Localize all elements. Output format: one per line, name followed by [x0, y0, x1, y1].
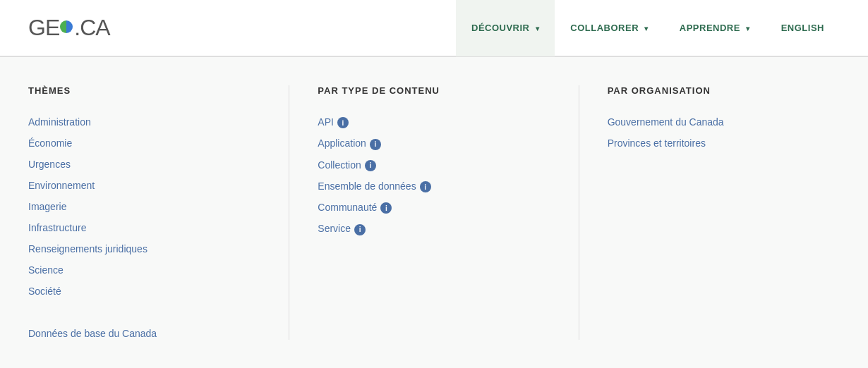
nav-link-apprendre[interactable]: APPRENDRE ▾: [680, 23, 750, 33]
logo-dot-icon: [60, 20, 73, 33]
list-item: APIi: [318, 116, 550, 128]
collection-label: Collection: [318, 159, 361, 171]
main-nav: DÉCOUVRIR ▾ COLLABORER ▾ APPRENDRE ▾ ENG…: [456, 0, 840, 56]
link-provinces-territoires[interactable]: Provinces et territoires: [608, 137, 706, 149]
link-infrastructure[interactable]: Infrastructure: [28, 222, 86, 233]
list-item: Provinces et territoires: [608, 137, 840, 149]
link-urgences[interactable]: Urgences: [28, 159, 71, 170]
logo-ca-text: .CA: [74, 15, 109, 41]
collaborer-arrow-icon: ▾: [642, 25, 649, 32]
list-item: Imagerie: [28, 200, 260, 213]
nav-item-decouvrir[interactable]: DÉCOUVRIR ▾: [456, 0, 555, 56]
list-item: Science: [28, 264, 260, 276]
nav-item-apprendre[interactable]: APPRENDRE ▾: [664, 0, 766, 56]
ensemble-donnees-label: Ensemble de données: [318, 180, 416, 192]
link-gouvernement-canada[interactable]: Gouvernement du Canada: [608, 116, 724, 128]
nav-item-english[interactable]: ENGLISH: [766, 0, 840, 56]
organisation-links: Gouvernement du Canada Provinces et terr…: [608, 116, 840, 158]
application-label: Application: [318, 137, 366, 149]
communaute-info-icon[interactable]: i: [380, 202, 392, 214]
service-label: Service: [318, 223, 351, 234]
list-item: Environnement: [28, 179, 260, 192]
type-contenu-column: PAR TYPE DE CONTENU APIi Applicationi Co…: [289, 85, 579, 340]
link-administration[interactable]: Administration: [28, 116, 91, 128]
list-item: Ensemble de donnéesi: [318, 180, 550, 192]
nav-label-english: ENGLISH: [781, 23, 824, 33]
link-application[interactable]: Applicationi: [318, 137, 381, 149]
collection-info-icon[interactable]: i: [365, 160, 376, 171]
link-service[interactable]: Servicei: [318, 223, 366, 234]
list-item: Urgences: [28, 158, 260, 171]
type-contenu-links: APIi Applicationi Collectioni Ensemble d…: [318, 116, 550, 244]
nav-link-decouvrir[interactable]: DÉCOUVRIR ▾: [471, 23, 539, 33]
link-donnees-base[interactable]: Données de base du Canada: [28, 328, 157, 339]
list-item: Servicei: [318, 222, 550, 235]
list-item: Gouvernement du Canada: [608, 116, 840, 128]
decouvrir-arrow-icon: ▾: [534, 25, 540, 32]
list-item: Administration: [28, 116, 260, 128]
type-contenu-title: PAR TYPE DE CONTENU: [318, 85, 550, 103]
themes-column: THÈMES Administration Économie Urgences …: [28, 85, 289, 340]
themes-title: THÈMES: [28, 85, 260, 103]
dropdown-panel: THÈMES Administration Économie Urgences …: [0, 56, 868, 368]
list-item: Société: [28, 285, 260, 298]
link-imagerie[interactable]: Imagerie: [28, 201, 66, 212]
list-item: Communautéi: [318, 201, 550, 214]
api-info-icon[interactable]: i: [337, 117, 349, 128]
communaute-label: Communauté: [318, 202, 377, 213]
apprendre-arrow-icon: ▾: [744, 25, 750, 32]
nav-label-collaborer: COLLABORER: [570, 23, 639, 33]
list-item: Renseignements juridiques: [28, 243, 260, 255]
link-environnement[interactable]: Environnement: [28, 180, 95, 191]
header: GE.CA DÉCOUVRIR ▾ COLLABORER ▾ APPRENDRE…: [0, 0, 868, 56]
list-item: Applicationi: [318, 137, 550, 149]
nav-link-english[interactable]: ENGLISH: [781, 23, 824, 33]
nav-label-apprendre: APPRENDRE: [680, 23, 740, 33]
themes-links: Administration Économie Urgences Environ…: [28, 116, 260, 306]
service-info-icon[interactable]: i: [354, 224, 366, 235]
logo-geo-text: GE: [28, 15, 59, 41]
list-item: Économie: [28, 137, 260, 149]
link-ensemble-donnees[interactable]: Ensemble de donnéesi: [318, 180, 430, 192]
application-info-icon[interactable]: i: [370, 139, 381, 150]
link-societe[interactable]: Société: [28, 286, 61, 297]
list-item: Collectioni: [318, 159, 550, 171]
ensemble-donnees-info-icon[interactable]: i: [420, 181, 431, 192]
link-communaute[interactable]: Communautéi: [318, 202, 392, 213]
link-economie[interactable]: Économie: [28, 137, 72, 149]
nav-item-collaborer[interactable]: COLLABORER ▾: [555, 0, 664, 56]
link-collection[interactable]: Collectioni: [318, 159, 375, 171]
logo[interactable]: GE.CA: [28, 15, 110, 41]
link-science[interactable]: Science: [28, 264, 64, 276]
nav-link-collaborer[interactable]: COLLABORER ▾: [570, 23, 649, 33]
link-api[interactable]: APIi: [318, 116, 349, 128]
link-renseignements-juridiques[interactable]: Renseignements juridiques: [28, 243, 147, 254]
organisation-title: PAR ORGANISATION: [608, 85, 840, 103]
list-item: Infrastructure: [28, 221, 260, 234]
api-label: API: [318, 116, 334, 128]
organisation-column: PAR ORGANISATION Gouvernement du Canada …: [579, 85, 840, 340]
nav-label-decouvrir: DÉCOUVRIR: [471, 23, 530, 33]
themes-footer: Données de base du Canada: [28, 327, 260, 340]
